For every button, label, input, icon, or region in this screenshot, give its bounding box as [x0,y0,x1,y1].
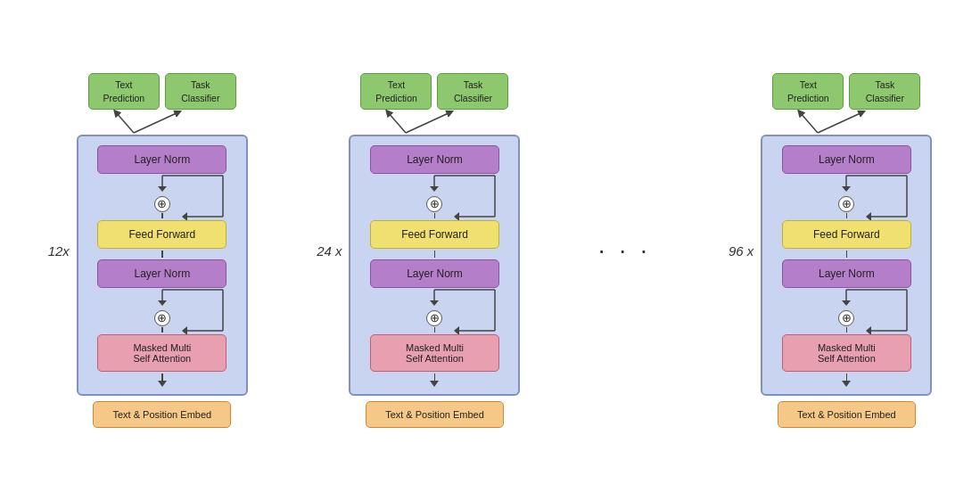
svg-marker-9 [158,300,167,306]
skip-arrow-ff-1 [91,176,234,195]
layer-block-1: Layer Norm ⊕ Feed Forward [77,135,248,396]
diagram-container: 12x TextPrediction TaskClassifier L [0,0,980,501]
multiplier-3: 96 x [729,243,754,259]
layer-norm-bottom-2: Layer Norm [370,259,499,288]
task-classifier-node-3: TaskClassifier [849,73,920,109]
layer-block-3: Layer Norm ⊕ Feed Forward Layer Norm [761,135,932,396]
skip-arrow-attn-1 [91,290,234,309]
task-classifier-node-2: TaskClassifier [437,73,508,109]
skip-arrow-ff-2 [363,176,506,195]
masked-attn-3: Masked MultiSelf Attention [782,334,911,372]
plus-circle-attn-2: ⊕ [426,310,442,326]
svg-line-1 [134,112,178,133]
plus-circle-attn-3: ⊕ [838,310,854,326]
text-prediction-node-1: TextPrediction [88,73,160,109]
layer-norm-bottom-1: Layer Norm [97,259,226,288]
skip-arrow-ff-3 [775,176,918,195]
feed-forward-3: Feed Forward [782,220,911,249]
plus-circle-ff-1: ⊕ [154,196,170,212]
text-prediction-node-2: TextPrediction [360,73,432,109]
svg-line-28 [800,112,818,133]
dots-separator: · · · [589,236,660,265]
output-arrows-1 [82,108,243,135]
embed-3: Text & Position Embed [778,401,916,428]
skip-arrow-attn-3 [775,290,918,309]
masked-attn-2: Masked MultiSelf Attention [370,334,499,372]
plus-circle-attn-1: ⊕ [154,310,170,326]
svg-line-15 [406,112,450,133]
block-group-3: 96 x TextPrediction TaskClassifier Layer… [729,73,932,427]
svg-line-0 [116,112,134,133]
multiplier-2: 24 x [317,243,342,259]
multiplier-1: 12x [48,243,70,259]
svg-marker-3 [158,186,167,192]
svg-line-29 [818,112,862,133]
plus-circle-ff-2: ⊕ [426,196,442,212]
layer-norm-bottom-3: Layer Norm [782,259,911,288]
svg-marker-31 [842,186,851,192]
feed-forward-1: Feed Forward [97,220,226,249]
svg-line-14 [388,112,406,133]
text-prediction-node-3: TextPrediction [772,73,844,109]
svg-marker-17 [430,186,439,192]
output-nodes-2: TextPrediction TaskClassifier [360,73,508,109]
svg-marker-37 [842,300,851,306]
task-classifier-node-1: TaskClassifier [165,73,236,109]
layer-norm-top-2: Layer Norm [370,145,499,174]
plus-circle-ff-3: ⊕ [838,196,854,212]
output-nodes-3: TextPrediction TaskClassifier [772,73,920,109]
masked-attn-1: Masked MultiSelf Attention [97,334,226,372]
svg-marker-23 [430,300,439,306]
feed-forward-2: Feed Forward [370,220,499,249]
block-group-2: 24 x TextPrediction TaskClassifier Layer… [317,73,520,427]
layer-norm-top-1: Layer Norm [97,145,226,174]
skip-arrow-attn-2 [363,290,506,309]
output-nodes-1: TextPrediction TaskClassifier [88,73,236,109]
layer-norm-top-3: Layer Norm [782,145,911,174]
output-arrows-2 [354,108,515,135]
block-group-1: 12x TextPrediction TaskClassifier L [48,73,248,427]
output-arrows-3 [766,108,926,135]
embed-1: Text & Position Embed [93,401,231,428]
embed-2: Text & Position Embed [366,401,504,428]
layer-block-2: Layer Norm ⊕ Feed Forward Layer Norm [349,135,520,396]
